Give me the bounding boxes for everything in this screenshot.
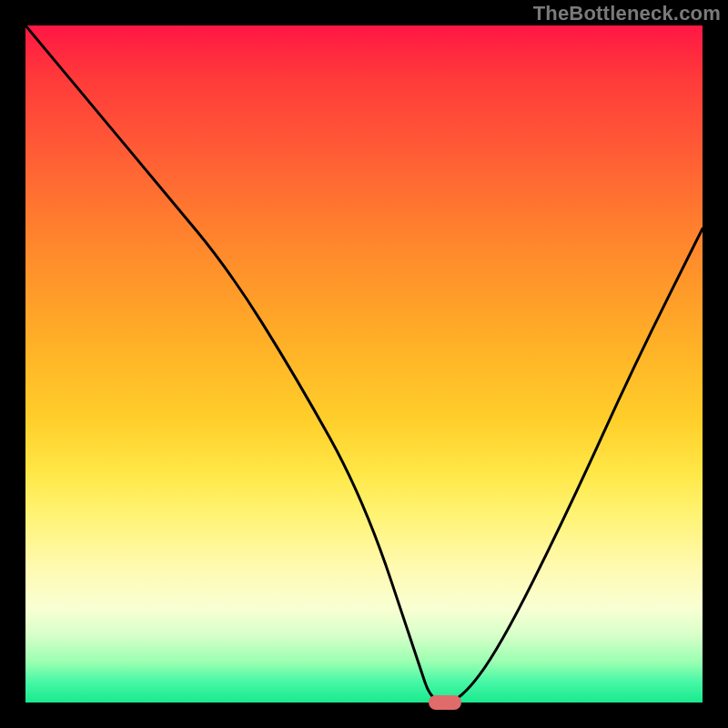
bottleneck-curve	[25, 25, 703, 703]
watermark-text: TheBottleneck.com	[533, 2, 721, 25]
plot-area	[25, 25, 703, 703]
chart-frame: TheBottleneck.com	[0, 0, 728, 728]
optimum-marker	[429, 695, 461, 710]
curve-path	[25, 25, 703, 703]
